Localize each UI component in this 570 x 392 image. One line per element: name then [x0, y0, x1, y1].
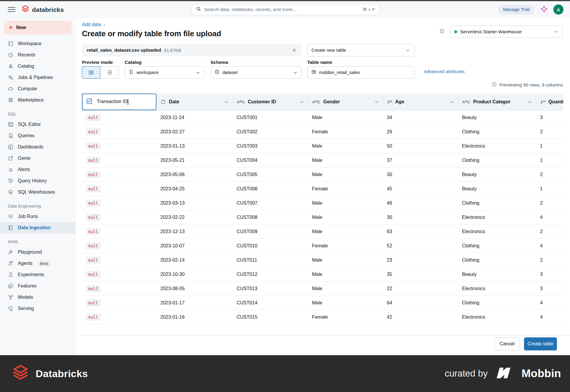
table-cell: 2023-08-05 [156, 282, 233, 295]
table-cell: 3 [536, 267, 563, 281]
checkbox-checked-icon[interactable] [86, 98, 93, 106]
assistant-sparkle-icon[interactable] [540, 5, 548, 14]
date-type-icon [161, 99, 166, 105]
null-value-badge: null [86, 128, 101, 135]
table-cell: CUST004 [233, 153, 308, 167]
chevron-down-icon[interactable] [299, 99, 304, 105]
table-row: null2023-01-16CUST015Female42Electronics… [82, 310, 563, 324]
catalog-select[interactable]: workspace [125, 66, 205, 79]
table-cell: 2023-01-16 [156, 310, 233, 324]
table-row: null2023-05-21CUST004Male37Clothing1 [82, 153, 563, 167]
sidebar-item-experiments[interactable]: Experiments [0, 269, 76, 280]
uploaded-file-chip: retail_sales_dataset.csv uploaded 51.67K… [82, 44, 302, 56]
table-cell: Male [308, 110, 383, 124]
sidebar-item-jobs-pipelines[interactable]: Jobs & Pipelines [0, 72, 76, 83]
table-cell: 46 [383, 196, 458, 210]
table-cell: Clothing [458, 253, 536, 267]
schema-select[interactable]: dataset [210, 66, 302, 79]
marketplace-icon [8, 97, 14, 103]
column-header-customer-id[interactable]: ABCCustomer ID [233, 94, 308, 110]
sidebar-item-data-ingestion[interactable]: Data Ingestion [0, 222, 76, 233]
table-name-input[interactable]: mobbin_retail_sales [307, 66, 414, 79]
table-row: null2023-05-06CUST005Male30Beauty2 [82, 167, 563, 182]
chevron-down-icon[interactable] [527, 99, 532, 105]
sidebar-item-query-history[interactable]: Query History [0, 175, 76, 186]
breadcrumb-add-data-link[interactable]: Add data [82, 22, 101, 27]
sidebar-item-features[interactable]: Features [0, 280, 76, 292]
data-ingestion-icon [8, 225, 14, 231]
null-value-badge: null [86, 143, 101, 150]
column-header-age[interactable]: 123Age [383, 94, 458, 110]
global-search[interactable]: ⌘ + P [191, 4, 379, 15]
advanced-attributes-link[interactable]: Advanced attributes [424, 69, 465, 74]
preview-info: Previewing 50 rows, 9 columns [492, 82, 563, 88]
sidebar-item-genie[interactable]: Genie [0, 153, 76, 164]
table-mode-select[interactable]: Create new table [307, 44, 414, 56]
column-header-product-category[interactable]: ABCProduct Category [458, 94, 536, 110]
warehouse-selector[interactable]: Serverless Starter Warehouse [450, 26, 563, 38]
table-cell: 1 [536, 139, 563, 153]
compute-icon [8, 86, 14, 92]
sidebar-item-catalog[interactable]: Catalog [0, 61, 76, 72]
sidebar-item-playground[interactable]: Playground [0, 246, 76, 258]
new-button[interactable]: + New [4, 21, 72, 34]
main-content: Add data › Create or modify table from f… [76, 18, 570, 355]
chevron-down-icon[interactable] [224, 99, 229, 105]
brand[interactable]: databricks [21, 5, 64, 14]
table-cell: 2023-11-24 [156, 110, 233, 124]
column-header-date[interactable]: Date [156, 94, 233, 110]
table-cell: Clothing [458, 153, 536, 167]
manage-trial-button[interactable]: Manage Trial [498, 5, 535, 15]
chevron-down-icon[interactable] [374, 99, 379, 105]
preview-mode-table-button[interactable] [82, 66, 100, 79]
table-row: null2023-11-24CUST001Male34Beauty3 [82, 110, 563, 125]
sidebar-item-recents[interactable]: Recents [0, 49, 76, 61]
sidebar-item-sql-editor[interactable]: SQL Editor [0, 119, 76, 130]
user-avatar[interactable]: A [553, 4, 563, 15]
sidebar-item-queries[interactable]: Queries [0, 130, 76, 141]
remove-file-icon[interactable] [292, 48, 297, 53]
column-header-gender[interactable]: ABCGender [308, 94, 383, 110]
sidebar-item-models[interactable]: Models [0, 292, 76, 303]
info-icon [492, 82, 497, 88]
sidebar-item-compute[interactable]: Compute [0, 83, 76, 94]
table-cell: 45 [383, 182, 458, 196]
table-cell: CUST011 [233, 253, 308, 267]
genie-icon [8, 155, 14, 161]
create-table-button[interactable]: Create table [524, 337, 557, 350]
sidebar-item-dashboards[interactable]: Dashboards [0, 141, 76, 153]
sidebar-item-workspace[interactable]: Workspace [0, 38, 76, 49]
file-name-status: retail_sales_dataset.csv uploaded [87, 48, 161, 53]
sidebar-item-sql-warehouses[interactable]: SQL Warehouses [0, 186, 76, 198]
table-cell: CUST009 [233, 225, 308, 238]
sidebar-item-agents[interactable]: AgentsBeta [0, 258, 76, 269]
table-cell: 2023-12-13 [156, 225, 233, 238]
column-header-transaction-id-input[interactable]: Transaction ID [82, 94, 156, 110]
table-cell: 37 [383, 153, 458, 167]
sidebar-item-marketplace[interactable]: Marketplace [0, 94, 76, 106]
table-cell: 2 [536, 196, 563, 210]
sidebar-item-alerts[interactable]: Alerts [0, 164, 76, 175]
table-cell: CUST008 [233, 210, 308, 224]
table-cell: 22 [383, 282, 458, 295]
table-cell: 30 [383, 210, 458, 224]
table-cell: CUST013 [233, 282, 308, 295]
hamburger-menu-icon[interactable] [8, 6, 15, 13]
preview-mode-raw-button[interactable] [100, 66, 119, 79]
sidebar-item-job-runs[interactable]: Job Runs [0, 211, 76, 222]
table-cell: 4 [536, 210, 563, 224]
cancel-button[interactable]: Cancel [494, 337, 520, 350]
table-cell: Electronics [458, 225, 536, 238]
chevron-down-icon[interactable] [449, 99, 454, 105]
table-cell: CUST002 [233, 125, 308, 139]
table-cell: null [82, 210, 156, 224]
null-value-badge: null [86, 242, 101, 249]
column-header-quantity[interactable]: 123Quantity [536, 94, 563, 110]
table-cell: Female [308, 125, 383, 139]
table-cell: 2 [536, 167, 563, 181]
job-runs-icon [8, 214, 14, 219]
sidebar-item-serving[interactable]: Serving [0, 303, 76, 314]
table-cell: Electronics [458, 310, 536, 324]
search-input[interactable] [204, 7, 360, 12]
warehouse-info-icon[interactable] [439, 29, 445, 35]
